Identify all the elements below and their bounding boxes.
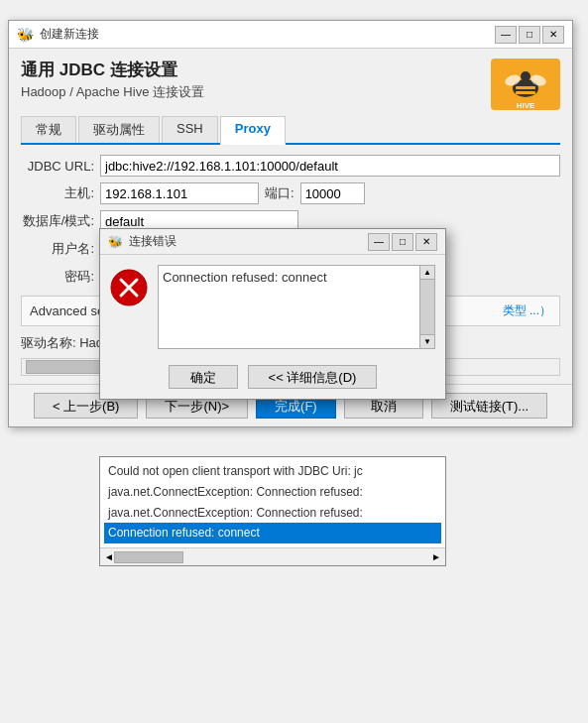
host-label: 主机: — [21, 184, 100, 202]
error-message-container: Connection refused: connect ▲ ▼ — [158, 265, 435, 349]
tab-ssh[interactable]: SSH — [162, 116, 218, 143]
scroll-track — [420, 280, 434, 334]
error-close-button[interactable]: ✕ — [415, 233, 437, 251]
error-ok-button[interactable]: 确定 — [169, 365, 238, 389]
host-port-row: 端口: — [100, 182, 560, 204]
tab-general[interactable]: 常规 — [21, 116, 76, 143]
h-scroll-thumb[interactable] — [114, 551, 183, 563]
error-dialog-content: Connection refused: connect ▲ ▼ — [100, 255, 445, 359]
header-titles: 通用 JDBC 连接设置 Hadoop / Apache Hive 连接设置 — [21, 59, 204, 101]
main-title: 通用 JDBC 连接设置 — [21, 59, 204, 81]
window-title: 创建新连接 — [40, 26, 99, 43]
jdbc-label: JDBC URL: — [21, 159, 100, 174]
svg-rect-4 — [516, 91, 535, 94]
error-log-area: Could not open client transport with JDB… — [99, 456, 446, 566]
maximize-button[interactable]: □ — [519, 26, 540, 44]
advanced-type-link[interactable]: 类型 ...） — [503, 302, 551, 319]
error-red-icon — [110, 269, 148, 306]
window-icon: 🐝 — [17, 27, 34, 43]
jdbc-input[interactable] — [100, 155, 560, 177]
log-line-1[interactable]: Could not open client transport with JDB… — [104, 461, 441, 482]
svg-rect-3 — [516, 86, 535, 89]
error-title-left: 🐝 连接错误 — [108, 233, 176, 250]
error-message-box: Connection refused: connect ▲ ▼ — [158, 265, 435, 349]
header-section: 通用 JDBC 连接设置 Hadoop / Apache Hive 连接设置 — [21, 59, 560, 110]
tab-proxy[interactable]: Proxy — [220, 116, 286, 145]
log-line-3[interactable]: java.net.ConnectException: Connection re… — [104, 503, 441, 524]
title-controls: — □ ✕ — [495, 26, 564, 44]
host-input[interactable] — [100, 182, 259, 204]
error-dialog-buttons: 确定 << 详细信息(D) — [100, 359, 445, 399]
error-dialog: 🐝 连接错误 — □ ✕ Connection refused: connect — [99, 228, 446, 400]
user-label: 用户名: — [21, 240, 100, 258]
error-dialog-title: 连接错误 — [129, 233, 176, 250]
host-row: 主机: 端口: — [21, 182, 560, 204]
close-button[interactable]: ✕ — [542, 26, 564, 44]
jdbc-row: JDBC URL: — [21, 155, 560, 177]
tabs: 常规 驱动属性 SSH Proxy — [21, 116, 560, 145]
scroll-left-icon[interactable]: ◄ — [104, 551, 114, 562]
error-minimize-button[interactable]: — — [368, 233, 390, 251]
port-input[interactable] — [300, 182, 365, 204]
pass-label: 密码: — [21, 268, 100, 286]
error-dialog-icon: 🐝 — [108, 235, 123, 249]
test-button[interactable]: 测试链接(T)... — [431, 393, 547, 419]
log-line-4[interactable]: Connection refused: connect — [104, 523, 441, 543]
hive-logo: HIVE — [491, 59, 560, 110]
scroll-up-btn[interactable]: ▲ — [420, 266, 434, 280]
minimize-button[interactable]: — — [495, 26, 517, 44]
error-log-content: Could not open client transport with JDB… — [100, 457, 445, 547]
error-dialog-controls: — □ ✕ — [368, 233, 437, 251]
log-line-2[interactable]: java.net.ConnectException: Connection re… — [104, 482, 441, 503]
sub-title: Hadoop / Apache Hive 连接设置 — [21, 83, 204, 101]
svg-text:HIVE: HIVE — [517, 101, 535, 110]
title-bar: 🐝 创建新连接 — □ ✕ — [9, 21, 572, 49]
port-label: 端口: — [265, 184, 294, 202]
title-bar-left: 🐝 创建新连接 — [17, 26, 99, 43]
tab-driver[interactable]: 驱动属性 — [78, 116, 160, 143]
error-dialog-title-bar: 🐝 连接错误 — □ ✕ — [100, 229, 445, 255]
scroll-down-btn[interactable]: ▼ — [420, 334, 434, 348]
svg-point-7 — [521, 71, 530, 81]
scroll-thumb[interactable] — [26, 360, 105, 374]
scroll-right-icon[interactable]: ► — [431, 551, 441, 562]
message-scrollbar[interactable]: ▲ ▼ — [419, 266, 434, 348]
error-maximize-button[interactable]: □ — [392, 233, 413, 251]
db-label: 数据库/模式: — [21, 212, 100, 230]
error-log-scrollbar[interactable]: ◄ ► — [100, 547, 445, 565]
error-detail-button[interactable]: << 详细信息(D) — [248, 365, 378, 389]
error-message-text: Connection refused: connect — [163, 270, 327, 285]
